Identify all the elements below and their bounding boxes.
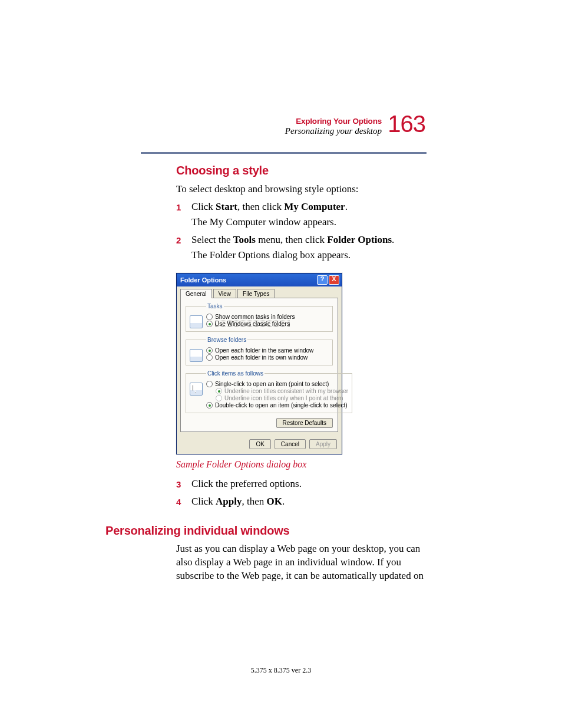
text: . (345, 201, 348, 212)
figure-caption: Sample Folder Options dialog box (176, 459, 427, 470)
page: 163 Exploring Your Options Personalizing… (0, 0, 562, 728)
text: Click (191, 201, 216, 212)
tab-strip: General View File Types (177, 286, 342, 298)
group-legend: Click items as follows (206, 370, 265, 377)
radio-label: Open each folder in the same window (215, 347, 313, 354)
radio-own-window[interactable]: Open each folder in its own window (206, 354, 329, 361)
step-body: Click the preferred options. (191, 478, 427, 493)
radio-icon (206, 354, 213, 361)
radio-icon (216, 388, 222, 394)
radio-label: Double-click to open an item (single-cli… (215, 402, 348, 409)
radio-underline-point: Underline icon titles only when I point … (216, 395, 348, 401)
text: Click (191, 496, 216, 507)
tab-panel-general: Tasks Show common tasks in folders Use W… (180, 298, 338, 432)
radio-label: Underline icon titles only when I point … (224, 395, 343, 401)
step-result: The My Computer window appears. (191, 216, 427, 228)
group-browse-folders: Browse folders Open each folder in the s… (186, 337, 333, 365)
folder-icon (190, 315, 203, 328)
text: . (282, 496, 285, 507)
dialog-footer: OK Cancel Apply (177, 436, 342, 454)
text-bold: My Computer (284, 201, 345, 212)
radio-label: Single-click to open an item (point to s… (215, 381, 329, 387)
folder-options-dialog: Folder Options ? X General View File Typ… (176, 273, 342, 454)
section-title: Personalizing your desktop (285, 126, 382, 136)
text-bold: Tools (233, 234, 256, 245)
group-legend: Tasks (206, 303, 224, 309)
step-text: Click the preferred options. (191, 478, 427, 490)
body-paragraph: Just as you can display a Web page on yo… (176, 542, 427, 583)
page-number: 163 (388, 111, 425, 137)
radio-icon (206, 321, 213, 327)
step-number: 3 (176, 478, 191, 489)
radio-double-click[interactable]: Double-click to open an item (single-cli… (206, 402, 348, 409)
text: Select the (191, 234, 233, 245)
tab-view[interactable]: View (213, 289, 237, 298)
radio-icon (206, 314, 213, 320)
radio-same-window[interactable]: Open each folder in the same window (206, 347, 329, 354)
step-1: 1 Click Start, then click My Computer. T… (176, 201, 427, 232)
step-number: 2 (176, 234, 191, 245)
radio-label: Underline icon titles consistent with my… (224, 388, 348, 394)
step-2: 2 Select the Tools menu, then click Fold… (176, 234, 427, 265)
close-icon[interactable]: X (329, 275, 339, 285)
chapter-title: Exploring Your Options (285, 117, 382, 126)
radio-label: Show common tasks in folders (215, 314, 295, 320)
content-area: Choosing a style To select desktop and b… (141, 164, 427, 585)
step-body: Select the Tools menu, then click Folder… (191, 234, 427, 265)
intro-paragraph: To select desktop and browsing style opt… (176, 183, 427, 195)
tab-general[interactable]: General (180, 289, 212, 298)
step-4: 4 Click Apply, then OK. (176, 496, 427, 511)
step-result: The Folder Options dialog box appears. (191, 249, 427, 261)
radio-classic-folders[interactable]: Use Windows classic folders (206, 321, 329, 327)
heading-personalizing-windows: Personalizing individual windows (105, 524, 427, 538)
apply-button[interactable]: Apply (309, 439, 337, 449)
restore-defaults-button[interactable]: Restore Defaults (276, 418, 333, 428)
header-rule (141, 152, 427, 154)
step-3: 3 Click the preferred options. (176, 478, 427, 493)
group-legend: Browse folders (206, 337, 247, 343)
radio-label: Open each folder in its own window (215, 354, 308, 361)
radio-show-common-tasks[interactable]: Show common tasks in folders (206, 314, 329, 320)
section-choosing-a-style: Choosing a style To select desktop and b… (176, 164, 427, 511)
ok-button[interactable]: OK (249, 439, 270, 449)
radio-icon (206, 347, 213, 354)
running-header: Exploring Your Options Personalizing you… (285, 117, 382, 136)
step-number: 4 (176, 496, 191, 507)
step-body: Click Start, then click My Computer. The… (191, 201, 427, 232)
radio-underline-browser: Underline icon titles consistent with my… (216, 388, 348, 394)
radio-single-click[interactable]: Single-click to open an item (point to s… (206, 381, 348, 387)
text-bold: OK (267, 496, 282, 507)
step-number: 1 (176, 201, 191, 212)
cancel-button[interactable]: Cancel (275, 439, 306, 449)
help-icon[interactable]: ? (317, 275, 328, 285)
step-list: 1 Click Start, then click My Computer. T… (176, 201, 427, 265)
radio-label: Use Windows classic folders (215, 321, 290, 327)
text: . (392, 234, 394, 245)
radio-icon (206, 381, 213, 387)
radio-icon (206, 402, 213, 409)
tab-file-types[interactable]: File Types (237, 289, 275, 298)
text: menu, then click (256, 234, 327, 245)
group-click-items: Click items as follows Single-click to o… (186, 370, 352, 413)
text-bold: Start (216, 201, 237, 212)
cursor-icon (190, 383, 203, 396)
text-bold: Folder Options (327, 234, 392, 245)
text-bold: Apply (216, 496, 242, 507)
page-footer: 5.375 x 8.375 ver 2.3 (0, 666, 562, 675)
text: , then (242, 496, 267, 507)
dialog-title: Folder Options (180, 276, 226, 284)
text: , then click (237, 201, 284, 212)
dialog-titlebar[interactable]: Folder Options ? X (177, 274, 342, 286)
heading-choosing-a-style: Choosing a style (176, 164, 427, 177)
folder-icon (190, 349, 203, 362)
step-body: Click Apply, then OK. (191, 496, 427, 511)
radio-icon (216, 395, 222, 401)
step-list-continued: 3 Click the preferred options. 4 Click A… (176, 478, 427, 511)
group-tasks: Tasks Show common tasks in folders Use W… (186, 303, 333, 332)
